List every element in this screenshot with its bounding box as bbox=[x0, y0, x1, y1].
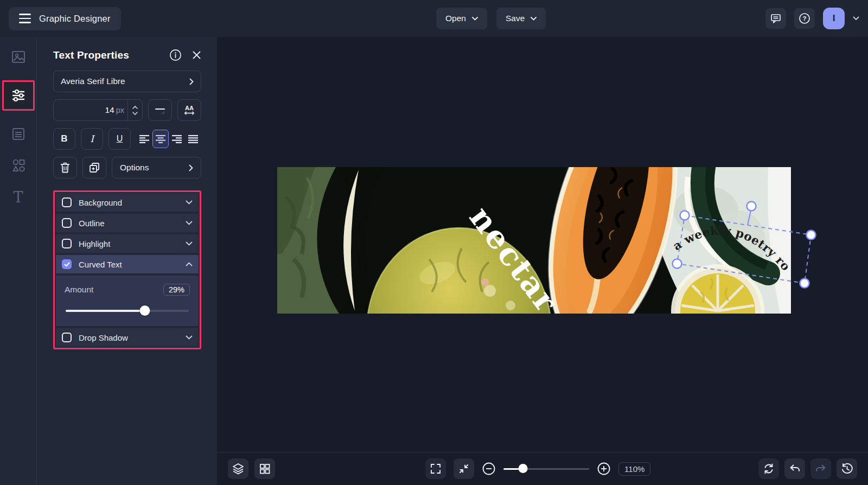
curved-text-label: Curved Text bbox=[79, 260, 122, 269]
account-avatar[interactable]: I bbox=[823, 8, 845, 29]
zoom-in-button[interactable] bbox=[597, 462, 611, 476]
delete-button[interactable] bbox=[53, 157, 77, 178]
feedback-button[interactable] bbox=[765, 8, 786, 29]
chevron-down-icon bbox=[531, 17, 537, 21]
background-row[interactable]: Background bbox=[56, 193, 199, 212]
font-size-unit: px bbox=[116, 106, 124, 114]
hamburger-icon bbox=[19, 14, 31, 23]
drop-shadow-checkbox[interactable] bbox=[62, 333, 72, 342]
close-icon[interactable] bbox=[192, 50, 201, 60]
design-canvas[interactable]: nectar bbox=[277, 167, 791, 314]
selection-handle-bottom-right[interactable] bbox=[800, 279, 809, 288]
stepper-up-icon[interactable] bbox=[132, 106, 138, 109]
font-family-value: Averia Serif Libre bbox=[61, 76, 125, 86]
selection-handle-top-right[interactable] bbox=[807, 231, 816, 240]
info-icon[interactable] bbox=[169, 49, 182, 61]
line-height-icon bbox=[154, 104, 166, 116]
undo-icon bbox=[788, 462, 801, 475]
align-right-button[interactable] bbox=[169, 130, 185, 148]
amount-label: Amount bbox=[65, 285, 93, 295]
account-chevron-icon[interactable] bbox=[853, 16, 859, 21]
align-left-button[interactable] bbox=[136, 130, 152, 148]
help-button[interactable]: ? bbox=[794, 8, 815, 29]
panel-title: Text Properties bbox=[53, 49, 129, 61]
history-button[interactable] bbox=[837, 458, 857, 479]
canvas-toolbar: 110% bbox=[217, 452, 868, 485]
svg-text:?: ? bbox=[802, 15, 806, 22]
background-label: Background bbox=[79, 198, 122, 207]
layers-button[interactable] bbox=[228, 458, 248, 479]
svg-text:AA: AA bbox=[185, 105, 194, 111]
zoom-out-button[interactable] bbox=[482, 462, 496, 476]
amount-value[interactable]: 29% bbox=[163, 284, 190, 296]
curved-text-row[interactable]: Curved Text bbox=[56, 255, 199, 273]
format-row: B I U bbox=[53, 128, 201, 150]
amount-slider-thumb[interactable] bbox=[139, 305, 150, 316]
chevron-down-icon[interactable] bbox=[186, 241, 193, 246]
chevron-down-icon[interactable] bbox=[186, 200, 193, 205]
check-icon bbox=[64, 262, 70, 267]
app-title: Graphic Designer bbox=[39, 14, 111, 24]
image-icon bbox=[10, 49, 27, 65]
save-button[interactable]: Save bbox=[496, 8, 546, 29]
undo-button[interactable] bbox=[784, 458, 805, 479]
zoom-slider[interactable] bbox=[503, 464, 589, 474]
duplicate-button[interactable] bbox=[82, 157, 106, 178]
align-justify-button[interactable] bbox=[185, 130, 201, 148]
sidebar-item-pages[interactable] bbox=[9, 125, 28, 143]
font-size-input[interactable]: 14 px bbox=[53, 99, 143, 121]
top-bar: Graphic Designer Open Save bbox=[0, 0, 868, 37]
layers-icon bbox=[232, 462, 245, 475]
duplicate-icon bbox=[88, 162, 100, 174]
document-icon bbox=[10, 126, 27, 142]
tool-rail: T bbox=[0, 37, 37, 485]
drop-shadow-label: Drop Shadow bbox=[79, 333, 128, 342]
align-right-icon bbox=[171, 134, 183, 144]
font-size-value: 14 bbox=[54, 105, 116, 115]
chevron-down-icon[interactable] bbox=[186, 335, 193, 340]
drop-shadow-row[interactable]: Drop Shadow bbox=[56, 328, 199, 347]
options-button[interactable]: Options bbox=[112, 157, 201, 178]
highlight-checkbox[interactable] bbox=[62, 239, 72, 248]
sidebar-item-text[interactable]: T bbox=[9, 188, 28, 206]
open-button[interactable]: Open bbox=[436, 8, 487, 29]
trash-icon bbox=[60, 162, 71, 174]
canvas-area[interactable]: nectar a weekly poetry roundup bbox=[217, 37, 868, 485]
sidebar-item-images[interactable] bbox=[9, 48, 28, 66]
highlight-row[interactable]: Highlight bbox=[56, 234, 199, 253]
outline-row[interactable]: Outline bbox=[56, 214, 199, 232]
save-label: Save bbox=[506, 14, 525, 23]
zoom-slider-thumb[interactable] bbox=[519, 464, 528, 473]
chevron-down-icon[interactable] bbox=[186, 221, 193, 225]
font-family-select[interactable]: Averia Serif Libre bbox=[53, 71, 201, 92]
chevron-up-icon[interactable] bbox=[186, 262, 193, 266]
letter-spacing-button[interactable]: AA bbox=[177, 99, 201, 121]
font-size-stepper[interactable] bbox=[127, 100, 142, 120]
align-left-icon bbox=[138, 134, 150, 144]
outline-label: Outline bbox=[79, 219, 105, 228]
align-center-button[interactable] bbox=[152, 130, 169, 148]
curved-text-checkbox[interactable] bbox=[62, 259, 72, 269]
sidebar-item-shapes[interactable] bbox=[9, 156, 28, 175]
refresh-button[interactable] bbox=[758, 458, 779, 479]
amount-slider[interactable] bbox=[65, 305, 190, 316]
stepper-down-icon[interactable] bbox=[132, 112, 138, 115]
actions-row: Options bbox=[53, 157, 201, 178]
sidebar-item-properties[interactable] bbox=[9, 86, 28, 105]
line-height-button[interactable] bbox=[148, 99, 172, 121]
avatar-initial: I bbox=[833, 13, 835, 24]
main-menu-button[interactable]: Graphic Designer bbox=[9, 7, 121, 30]
collapse-view-button[interactable] bbox=[454, 458, 474, 479]
outline-checkbox[interactable] bbox=[62, 218, 72, 228]
zoom-level-value[interactable]: 110% bbox=[618, 462, 650, 476]
fit-screen-button[interactable] bbox=[425, 458, 446, 479]
italic-button[interactable]: I bbox=[81, 128, 103, 150]
background-checkbox[interactable] bbox=[62, 197, 72, 207]
templates-button[interactable] bbox=[254, 458, 275, 479]
app-window: Graphic Designer Open Save bbox=[0, 0, 868, 485]
grid-icon bbox=[259, 463, 271, 475]
align-center-icon bbox=[155, 134, 167, 144]
underline-button[interactable]: U bbox=[108, 128, 131, 150]
redo-button[interactable] bbox=[810, 458, 831, 479]
bold-button[interactable]: B bbox=[53, 128, 75, 150]
